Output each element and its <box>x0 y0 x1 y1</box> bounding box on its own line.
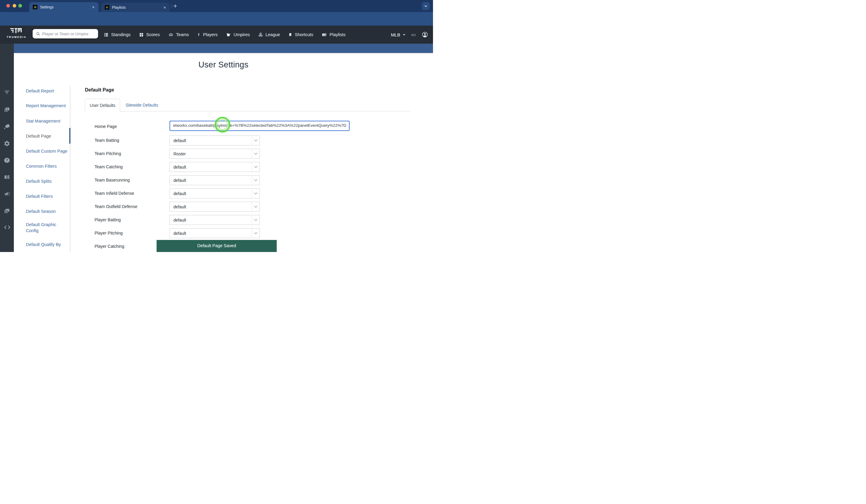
home-page-input[interactable]: etworks.com/baseball/playlists?e=%7B%22s… <box>169 121 349 131</box>
svg-text:?: ? <box>6 158 8 162</box>
form-row-player-batting: Player Batting default <box>85 215 356 225</box>
close-icon[interactable] <box>163 6 166 9</box>
page-title: User Settings <box>14 60 433 69</box>
browser-tab-strip: Settings Playlists <box>0 0 433 12</box>
team-outfield-defense-select[interactable]: default <box>169 202 260 212</box>
team-catching-select[interactable]: default <box>169 162 260 172</box>
home-page-label: Home Page <box>95 123 117 130</box>
filter-icon[interactable] <box>4 89 10 96</box>
nav-item-shortcuts[interactable]: Shortcuts <box>288 32 313 37</box>
chevron-down-icon <box>252 215 259 225</box>
menu-item-default-splits[interactable]: Default Splits <box>26 178 71 184</box>
new-tab-icon[interactable] <box>173 4 178 9</box>
trumedia-logo[interactable]: TRUMEDIA <box>2 26 31 43</box>
page-top-band <box>14 44 433 54</box>
tab-user-defaults[interactable]: User Defaults <box>85 99 120 112</box>
menu-item-report-management[interactable]: Report Management <box>26 103 71 109</box>
league-selector[interactable]: MLB <box>391 32 406 37</box>
nav-item-standings[interactable]: Standings <box>103 32 131 37</box>
nav-item-umpires[interactable]: Umpires <box>226 32 250 37</box>
language-selector[interactable]: en <box>411 33 416 37</box>
team-infield-defense-select[interactable]: default <box>169 189 260 199</box>
media-gallery-icon <box>321 32 327 37</box>
favicon-heatmap-icon <box>33 5 37 9</box>
player-pitching-select[interactable]: default <box>169 228 260 238</box>
team-batting-select[interactable]: default <box>169 135 260 145</box>
nav-item-league[interactable]: League <box>258 32 280 37</box>
people-icon <box>168 32 174 37</box>
panel-tabs: User Defaults Sitewide Defaults <box>85 99 411 111</box>
tag-icon[interactable] <box>4 123 10 130</box>
gallery-icon[interactable] <box>4 208 10 214</box>
default-page-panel: Default Page User Defaults Sitewide Defa… <box>85 88 411 252</box>
chevron-down-icon <box>252 189 259 198</box>
favicon-heatmap-icon <box>105 5 109 10</box>
screenshot-root: { "browser": { "tabs": [ { "title": "Set… <box>0 0 433 252</box>
panel-heading: Default Page <box>85 87 114 93</box>
list-icon <box>103 32 109 37</box>
help-icon[interactable]: ? <box>4 157 10 164</box>
chevron-down-icon <box>252 162 259 172</box>
window-zoom-button[interactable] <box>18 4 22 8</box>
form-row-player-pitching: Player Pitching default <box>85 228 356 238</box>
left-rail: ? <box>0 44 14 252</box>
tab-sitewide-defaults[interactable]: Sitewide Defaults <box>125 99 158 111</box>
gear-icon[interactable] <box>4 140 10 147</box>
header-right: MLB en <box>391 25 428 44</box>
glove-icon <box>226 32 231 37</box>
tab-title: Playlists <box>112 5 163 10</box>
bookmark-icon <box>288 32 292 37</box>
chevron-down-icon <box>252 136 259 145</box>
form-row-team-pitching: Team Pitching Roster <box>85 149 356 159</box>
menu-item-default-filters[interactable]: Default Filters <box>26 193 71 199</box>
grid-icon <box>139 32 144 37</box>
form-row-team-catching: Team Catching default <box>85 162 356 172</box>
close-icon[interactable] <box>92 6 95 9</box>
menu-item-default-graphic-config[interactable]: Default Graphic Config <box>26 222 62 234</box>
menu-divider <box>70 86 70 252</box>
browser-tab-playlists[interactable]: Playlists <box>101 3 170 12</box>
code-icon[interactable] <box>4 225 11 230</box>
menu-item-stat-management[interactable]: Stat Management <box>26 118 71 124</box>
balls-cluster-icon <box>258 32 263 37</box>
search-input[interactable] <box>42 32 93 36</box>
team-baserunning-select[interactable]: default <box>169 175 260 185</box>
nav-item-playlists[interactable]: Playlists <box>321 32 345 37</box>
menu-item-default-custom-page[interactable]: Default Custom Page <box>26 148 71 154</box>
toast-notification: Default Page Saved <box>157 240 277 252</box>
nav-item-scores[interactable]: Scores <box>139 32 160 37</box>
chevron-down-icon <box>252 202 259 211</box>
search-icon <box>36 32 40 36</box>
menu-item-default-qualify-by[interactable]: Default Qualify By <box>26 242 71 247</box>
chevron-down-icon <box>252 228 259 238</box>
browser-tab-settings[interactable]: Settings <box>29 2 99 12</box>
person-icon <box>197 32 201 37</box>
menu-item-common-filters[interactable]: Common Filters <box>26 163 71 169</box>
nav-item-teams[interactable]: Teams <box>168 32 189 37</box>
form-row-team-baserunning: Team Baserunning default <box>85 175 356 185</box>
player-batting-select[interactable]: default <box>169 215 260 225</box>
chevron-down-icon <box>252 176 259 185</box>
menu-item-default-report[interactable]: Default Report <box>26 88 71 94</box>
chevron-down-icon <box>252 149 259 158</box>
browser-toolbar: mlbdemo.trumedianetworks.com/baseball/se… <box>0 12 433 25</box>
video-library-icon[interactable] <box>4 107 10 113</box>
tab-divider <box>171 4 172 9</box>
megaphone-icon[interactable] <box>4 191 11 197</box>
chevron-down-icon <box>403 34 406 36</box>
form-row-team-infield-defense: Team Infield Defense default <box>85 189 356 199</box>
window-close-button[interactable] <box>6 4 10 8</box>
tab-search-icon[interactable] <box>422 2 430 10</box>
account-icon[interactable] <box>422 31 428 38</box>
menu-active-indicator <box>69 128 70 144</box>
brand-name: TRUMEDIA <box>2 35 31 38</box>
book-icon[interactable] <box>4 174 10 180</box>
menu-item-default-page[interactable]: Default Page <box>26 133 71 139</box>
menu-item-default-season[interactable]: Default Season <box>26 208 71 214</box>
global-search[interactable] <box>33 29 98 38</box>
window-minimize-button[interactable] <box>13 4 16 8</box>
form-row-team-batting: Team Batting default <box>85 135 356 145</box>
nav-item-players[interactable]: Players <box>197 32 218 37</box>
team-pitching-select[interactable]: Roster <box>169 149 260 159</box>
form-row-team-outfield-defense: Team Outfield Defense default <box>85 202 356 212</box>
